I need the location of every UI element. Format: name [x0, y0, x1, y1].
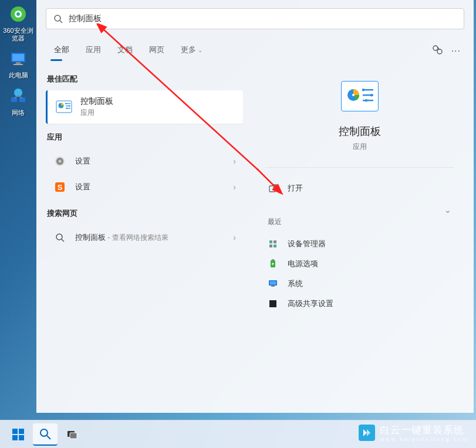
svg-rect-44 — [274, 245, 276, 247]
open-external-icon — [268, 183, 278, 194]
watermark-url: www.baiyunxitong.com — [380, 436, 469, 442]
desktop-icon-360browser[interactable]: 360安全浏览器 — [0, 1, 36, 46]
best-match-subtitle: 应用 — [80, 108, 113, 118]
svg-line-40 — [273, 185, 276, 188]
svg-rect-6 — [13, 64, 23, 65]
recent-item-label: 设备管理器 — [288, 239, 326, 249]
power-options-icon — [268, 259, 278, 269]
search-bar[interactable] — [46, 8, 464, 29]
app-result-settings[interactable]: 设置 › — [46, 148, 243, 174]
detail-title: 控制面板 — [339, 124, 381, 138]
svg-rect-18 — [66, 103, 70, 104]
taskbar-taskview-button[interactable] — [60, 423, 85, 446]
sharing-settings-icon — [268, 298, 278, 309]
recent-item-label: 电源选项 — [288, 259, 318, 269]
search-input[interactable] — [69, 14, 457, 23]
desktop-icon-network[interactable]: 网络 — [0, 83, 36, 120]
desktop-icon-label: 此电脑 — [9, 72, 28, 79]
svg-point-15 — [437, 49, 442, 54]
svg-point-21 — [69, 105, 70, 106]
filter-tabs-row: 全部 应用 文档 网页 更多⌄ ··· — [36, 35, 474, 62]
svg-point-23 — [66, 107, 67, 108]
tab-more-label: 更多 — [181, 45, 196, 54]
divider — [265, 167, 454, 168]
recent-power-options[interactable]: 电源选项 — [265, 254, 454, 274]
pc-icon — [8, 49, 29, 70]
svg-line-13 — [60, 21, 62, 23]
best-match-result[interactable]: 控制面板 应用 — [46, 90, 243, 124]
gear-icon — [53, 154, 67, 168]
svg-point-32 — [352, 94, 355, 96]
svg-rect-57 — [19, 435, 24, 440]
tab-all[interactable]: 全部 — [46, 40, 77, 62]
svg-rect-37 — [363, 100, 373, 101]
svg-rect-42 — [274, 240, 276, 243]
svg-rect-46 — [272, 259, 273, 260]
svg-point-19 — [65, 103, 66, 104]
web-query: 控制面板 — [75, 233, 106, 242]
svg-rect-4 — [12, 54, 24, 61]
desktop-icon-thispc[interactable]: 此电脑 — [0, 46, 36, 83]
start-button[interactable] — [6, 423, 31, 446]
recent-device-manager[interactable]: 设备管理器 — [265, 234, 454, 254]
svg-rect-16 — [56, 101, 72, 113]
chevron-right-icon: › — [233, 182, 236, 192]
recent-item-label: 高级共享设置 — [288, 298, 333, 309]
chevron-right-icon: › — [233, 157, 236, 166]
search-results-panel: 全部 应用 文档 网页 更多⌄ ··· 最佳匹配 控制面板 应用 — [36, 0, 474, 413]
watermark-logo-icon — [359, 425, 375, 441]
svg-point-29 — [56, 234, 62, 240]
chevron-right-icon: › — [233, 233, 236, 242]
control-panel-icon — [56, 99, 72, 116]
tab-more[interactable]: 更多⌄ — [173, 40, 211, 62]
watermark: 白云一键重装系统 www.baiyunxitong.com — [359, 423, 469, 442]
best-match-title: 控制面板 — [80, 96, 113, 107]
results-list-column: 最佳匹配 控制面板 应用 应用 设置 › — [46, 66, 243, 314]
svg-point-12 — [55, 15, 60, 21]
system-icon — [268, 279, 278, 289]
app-result-label: 设置 — [75, 182, 233, 192]
svg-rect-41 — [269, 240, 272, 243]
svg-point-38 — [364, 99, 367, 101]
app-result-sogou-settings[interactable]: S 设置 › — [46, 174, 243, 200]
recent-system[interactable]: 系统 — [265, 274, 454, 294]
network-icon — [8, 87, 29, 108]
control-panel-icon-large — [341, 81, 379, 111]
svg-rect-55 — [19, 429, 24, 434]
svg-rect-50 — [271, 286, 275, 287]
svg-point-58 — [40, 429, 48, 436]
app-result-label: 设置 — [75, 156, 233, 167]
svg-text:S: S — [58, 183, 63, 192]
web-search-result[interactable]: 控制面板 - 查看网络搜索结果 › — [46, 225, 243, 250]
svg-rect-49 — [270, 281, 276, 285]
watermark-title: 白云一键重装系统 — [380, 423, 469, 437]
svg-rect-54 — [12, 429, 18, 434]
browser-icon — [8, 5, 29, 26]
more-options-icon[interactable]: ··· — [451, 46, 461, 56]
tab-web[interactable]: 网页 — [141, 40, 173, 62]
expand-actions-chevron[interactable]: ⌄ — [444, 205, 451, 215]
taskbar-search-button[interactable] — [33, 423, 58, 446]
open-action[interactable]: 打开 — [265, 177, 454, 199]
tab-apps[interactable]: 应用 — [77, 40, 109, 62]
svg-rect-43 — [269, 245, 272, 247]
search-icon — [53, 14, 63, 23]
apps-header: 应用 — [47, 132, 243, 142]
web-suffix: - 查看网络搜索结果 — [106, 233, 168, 242]
tab-documents[interactable]: 文档 — [109, 40, 141, 62]
svg-rect-51 — [269, 300, 276, 307]
svg-point-14 — [433, 46, 438, 50]
svg-point-2 — [16, 12, 20, 16]
best-match-header: 最佳匹配 — [47, 74, 243, 84]
open-action-label: 打开 — [288, 183, 303, 194]
web-search-header: 搜索网页 — [47, 208, 243, 219]
svg-point-36 — [370, 94, 372, 96]
desktop-icon-label: 网络 — [12, 109, 25, 117]
recent-advanced-sharing[interactable]: 高级共享设置 — [265, 294, 454, 314]
svg-rect-5 — [16, 62, 21, 64]
account-icon[interactable] — [431, 44, 443, 58]
recent-item-label: 系统 — [288, 279, 303, 289]
search-icon — [53, 230, 67, 245]
svg-line-30 — [62, 239, 64, 242]
web-search-text: 控制面板 - 查看网络搜索结果 — [75, 232, 233, 243]
